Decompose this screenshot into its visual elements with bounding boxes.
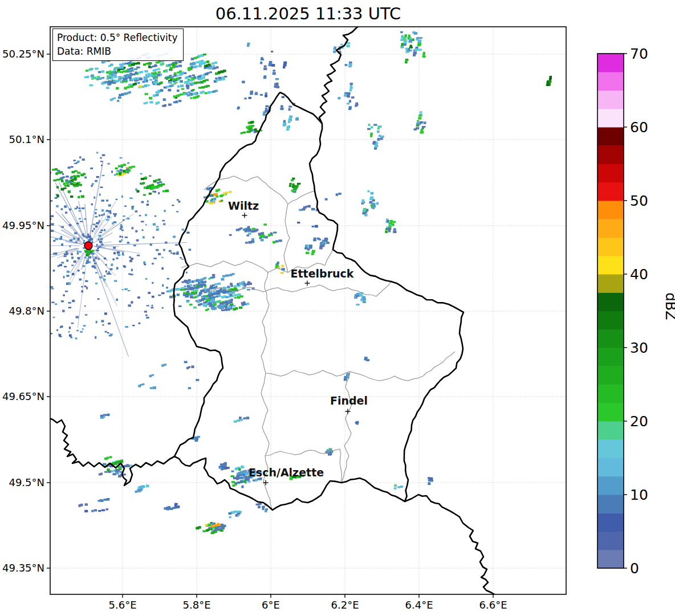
colorbar-segment <box>597 311 624 330</box>
colorbar-segment <box>597 348 624 366</box>
product-info-box: Product: 0.5° Reflectivity Data: RMIB <box>52 28 184 61</box>
colorbar-segment <box>597 127 624 146</box>
colorbar-tick-label: 40 <box>630 266 648 283</box>
data-source-line: Data: RMIB <box>57 44 178 58</box>
colorbar-segment <box>597 238 624 256</box>
colorbar-tick-label: 0 <box>630 560 639 577</box>
colorbar-title: dBZ <box>662 293 675 320</box>
colorbar-tick-label: 20 <box>630 413 648 430</box>
colorbar-segment <box>597 458 624 477</box>
y-tick-label: 49.65°N <box>2 390 44 402</box>
colorbar-segment <box>597 403 624 422</box>
colorbar-segment <box>597 219 624 238</box>
x-tick-label: 6.4°E <box>405 599 433 611</box>
colorbar-segment <box>597 292 624 311</box>
y-tick-label: 49.5°N <box>9 476 44 488</box>
city-label: Findel <box>330 394 368 407</box>
colorbar-segment <box>597 182 624 201</box>
colorbar-tick-label: 50 <box>630 193 648 209</box>
colorbar-segment <box>597 513 624 532</box>
colorbar-segment <box>597 91 624 109</box>
colorbar-tick-label: 10 <box>630 487 648 503</box>
x-tick-label: 6°E <box>262 599 280 611</box>
colorbar-segment <box>597 256 624 275</box>
colorbar-segment <box>597 109 624 128</box>
city-label: Wiltz <box>228 199 259 212</box>
y-tick-label: 50.1°N <box>9 133 44 145</box>
x-tick-label: 6.6°E <box>479 599 507 611</box>
colorbar-segment <box>597 439 624 458</box>
colorbar-segment <box>597 495 624 513</box>
radar-map-canvas: WiltzEttelbruckFindelEsch/Alzette5.6°E5.… <box>0 0 675 616</box>
colorbar-tick-label: 60 <box>630 119 648 136</box>
y-tick-label: 49.35°N <box>2 562 44 574</box>
x-tick-label: 5.8°E <box>183 599 211 611</box>
colorbar-tick-label: 70 <box>630 46 648 62</box>
colorbar-segment <box>597 145 624 164</box>
colorbar-segment <box>597 476 624 495</box>
colorbar-segment <box>597 274 624 293</box>
colorbar-segment <box>597 164 624 183</box>
city-label: Ettelbruck <box>291 267 354 280</box>
colorbar-segment <box>597 421 624 440</box>
colorbar: 010203040506070dBZ <box>597 46 675 577</box>
radar-site-marker <box>84 242 92 250</box>
colorbar-segment <box>597 385 624 403</box>
colorbar-segment <box>597 201 624 219</box>
y-tick-label: 49.95°N <box>2 219 44 231</box>
colorbar-segment <box>597 366 624 385</box>
colorbar-segment <box>597 550 624 569</box>
colorbar-segment <box>597 72 624 91</box>
y-tick-label: 49.8°N <box>9 305 44 317</box>
city-label: Esch/Alzette <box>249 466 324 479</box>
colorbar-segment <box>597 532 624 550</box>
y-tick-label: 50.25°N <box>2 48 44 60</box>
colorbar-segment <box>597 329 624 348</box>
x-tick-label: 5.6°E <box>109 599 137 611</box>
colorbar-tick-label: 30 <box>630 340 648 356</box>
product-line: Product: 0.5° Reflectivity <box>57 31 178 44</box>
radar-figure: 06.11.2025 11:33 UTC Product: 0.5° Refle… <box>0 0 675 616</box>
x-tick-label: 6.2°E <box>331 599 359 611</box>
colorbar-segment <box>597 54 624 72</box>
